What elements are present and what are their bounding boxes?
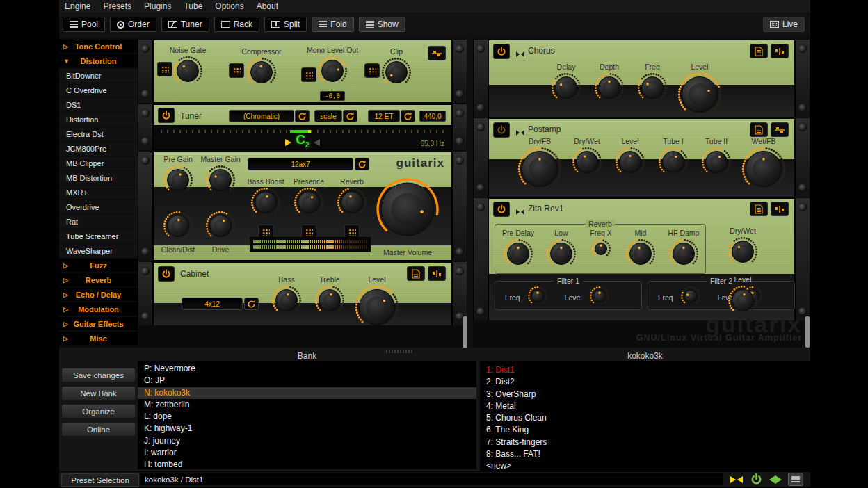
knob-freq[interactable] <box>680 286 701 309</box>
sidebar-item-tone-control[interactable]: Tone Control <box>59 40 138 53</box>
knob-compressor[interactable] <box>246 57 277 90</box>
value-display[interactable]: -0,0 <box>320 91 345 101</box>
power-button[interactable] <box>493 202 510 217</box>
log-window-icon[interactable] <box>788 473 803 486</box>
knob-mono-level-out[interactable] <box>317 56 348 89</box>
preset-file-icon[interactable] <box>750 202 768 216</box>
sidebar-item-wavesharper[interactable]: WaveSharper <box>59 244 138 258</box>
sidebar-item-electra-dst[interactable]: Electra Dst <box>59 127 138 141</box>
knob-level[interactable] <box>677 72 722 120</box>
sidebar-item-distortion[interactable]: Distortion <box>59 113 138 127</box>
sidebar-item-ds1[interactable]: DS1 <box>59 98 138 112</box>
sidebar-item-distortion[interactable]: Distortion <box>59 54 138 67</box>
bank-action-button-online[interactable]: Online <box>61 422 136 437</box>
sidebar-item-tube-screamer[interactable]: Tube Screamer <box>59 229 138 243</box>
toolbar-button-show[interactable]: Show <box>359 17 405 32</box>
power-button[interactable] <box>158 266 175 282</box>
preset-file-icon[interactable] <box>750 44 768 58</box>
reset-icon[interactable] <box>401 110 415 122</box>
knob-clip[interactable] <box>381 57 412 90</box>
preset-row-5-chorus-clean[interactable]: 5: Chorus Clean <box>480 412 810 424</box>
sidebar-item-misc[interactable]: Misc <box>59 332 138 345</box>
tube-select[interactable]: 12ax7 <box>248 158 353 170</box>
preset-row-4-metal[interactable]: 4: Metal <box>480 400 810 412</box>
sidebar-item-fuzz[interactable]: Fuzz <box>59 259 138 272</box>
routing-icon[interactable] <box>428 46 446 60</box>
sidebar-item-reverb[interactable]: Reverb <box>59 273 138 286</box>
toolbar-button-order[interactable]: Order <box>110 17 156 32</box>
bank-action-button-new-bank[interactable]: New Bank <box>61 386 136 400</box>
sidebar-item-bitdowner[interactable]: BitDowner <box>59 69 138 83</box>
reset-icon[interactable] <box>295 110 310 122</box>
sidebar-item-modulation[interactable]: Modulation <box>59 302 138 316</box>
tuning-mode-select[interactable]: (Chromatic) <box>229 110 294 122</box>
routing-icon[interactable] <box>428 266 446 281</box>
bank-row-j-journey[interactable]: J: journey <box>138 435 476 447</box>
knob-freq[interactable] <box>637 72 668 106</box>
menu-item-plugins[interactable]: Plugins <box>144 1 171 11</box>
knob-freq-x[interactable] <box>590 238 611 262</box>
menu-item-about[interactable]: About <box>257 1 278 11</box>
bank-action-button-save-changes[interactable]: Save changes <box>61 368 136 382</box>
sidebar-item-overdrive[interactable]: Overdrive <box>59 200 138 214</box>
knob-bass-boost[interactable] <box>250 187 281 220</box>
knob-dry-wet[interactable] <box>728 236 758 270</box>
preset-file-icon[interactable] <box>407 266 425 281</box>
routing-icon[interactable] <box>771 44 789 58</box>
preset-selection-button[interactable]: Preset Selection <box>61 473 139 487</box>
knob-level[interactable] <box>589 286 610 309</box>
bypass-arrows-icon[interactable] <box>767 473 784 486</box>
knob-master-gain[interactable] <box>205 165 236 198</box>
knob-hf-damp[interactable] <box>668 238 699 272</box>
knob-level[interactable] <box>355 285 399 332</box>
knob-dry-fb[interactable] <box>517 147 562 194</box>
sidebar-item-guitar-effects[interactable]: Guitar Effects <box>59 317 138 330</box>
knob-reverb[interactable] <box>337 187 367 220</box>
bank-row-p-nevermore[interactable]: P: Nevermore <box>138 363 476 375</box>
knob-mid[interactable] <box>625 238 656 272</box>
bank-row-m-zettberlin[interactable]: M: zettberlin <box>138 399 476 411</box>
knob-clean-dist[interactable] <box>163 211 193 244</box>
menu-item-options[interactable]: Options <box>215 1 243 11</box>
engine-power-icon[interactable] <box>748 473 764 486</box>
bank-row-n-kokoko3k[interactable]: N: kokoko3k <box>138 387 476 399</box>
knob-level[interactable] <box>728 285 758 318</box>
swap-arrows-icon[interactable] <box>728 473 745 486</box>
knob-noise-gate[interactable] <box>172 56 203 89</box>
knob-treble[interactable] <box>314 285 345 318</box>
bank-action-button-organize[interactable]: Organize <box>61 404 136 418</box>
sidebar-item-mb-clipper[interactable]: MB Clipper <box>59 156 138 170</box>
knob-depth[interactable] <box>594 72 625 106</box>
knob-master-volume[interactable] <box>376 177 440 244</box>
sidebar-item-mb-distortion[interactable]: MB Distortion <box>59 171 138 185</box>
power-button[interactable] <box>493 122 510 138</box>
routing-icon[interactable] <box>771 202 789 216</box>
sidebar-item-echo-delay[interactable]: Echo / Delay <box>59 288 138 301</box>
sidebar-item-c-overdrive[interactable]: C Overdrive <box>59 83 138 97</box>
cabinet-model-select[interactable]: 4x12 <box>182 298 243 310</box>
sidebar-item-jcm800pre[interactable]: JCM800Pre <box>59 142 138 156</box>
knob-pre-delay[interactable] <box>503 238 533 272</box>
preset-row-2-dist2[interactable]: 2: Dist2 <box>480 376 810 388</box>
menu-item-engine[interactable]: Engine <box>65 1 90 11</box>
preset-row-7-straits-fingers[interactable]: 7: Straits-fingers <box>480 437 810 448</box>
bank-row-k-highway-1[interactable]: K: highway-1 <box>138 423 476 434</box>
preset-row-6-the-king[interactable]: 6: The King <box>480 424 810 436</box>
toolbar-button-pool[interactable]: Pool <box>63 17 105 32</box>
ref-pitch-display[interactable]: 440,0 <box>419 111 446 122</box>
power-button[interactable] <box>158 108 175 123</box>
toolbar-button-split[interactable]: Split <box>264 17 307 32</box>
reset-icon[interactable] <box>355 158 369 170</box>
menu-item-tube[interactable]: Tube <box>184 1 202 11</box>
temperament-select[interactable]: 12-ET <box>368 110 400 122</box>
preset-row-1-dist1[interactable]: 1: Dist1 <box>480 364 810 376</box>
sidebar-item-rat[interactable]: Rat <box>59 215 138 229</box>
preset-file-icon[interactable] <box>750 122 768 137</box>
bank-row-h-tombed[interactable]: H: tombed <box>138 459 476 469</box>
power-button[interactable] <box>493 44 510 59</box>
sidebar-item-mxr[interactable]: MXR+ <box>59 186 138 200</box>
knob-tube-ii[interactable] <box>701 147 732 180</box>
routing-icon[interactable] <box>771 122 789 137</box>
scale-select[interactable]: scale <box>314 110 342 122</box>
preset-row-3-oversharp[interactable]: 3: OverSharp <box>480 389 810 400</box>
